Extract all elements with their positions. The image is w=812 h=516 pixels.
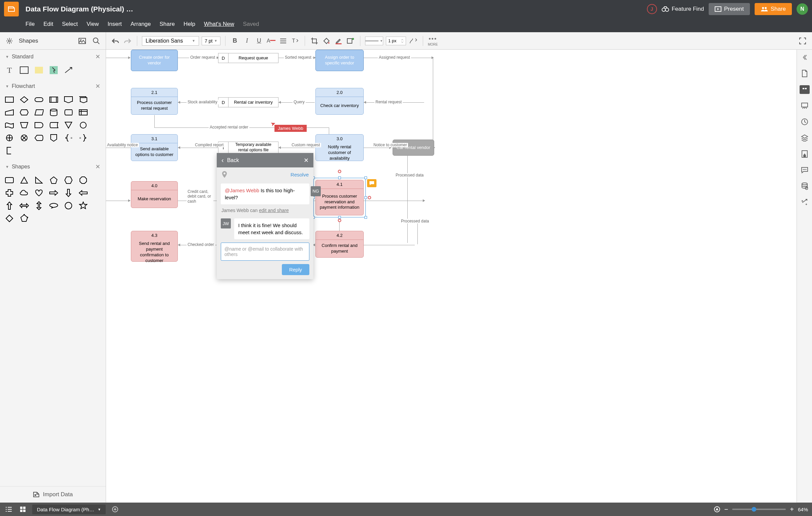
note-shape[interactable]	[34, 66, 44, 75]
node-car-vendor[interactable]: Car rental vendor	[393, 140, 434, 155]
menu-select[interactable]: Select	[62, 21, 78, 28]
align-icon[interactable]	[279, 36, 288, 46]
sh-cloud[interactable]	[19, 189, 30, 197]
grid-icon[interactable]	[18, 505, 28, 514]
layers-icon[interactable]	[800, 134, 809, 142]
node-process-request[interactable]: Process customer rental request	[131, 97, 177, 114]
share-button[interactable]: Share	[755, 3, 792, 15]
text-shape[interactable]: T	[4, 66, 15, 75]
fc-offpage[interactable]	[48, 134, 59, 142]
canvas[interactable]: Create order for vendor D Request queue …	[106, 50, 796, 503]
magic-icon[interactable]	[800, 198, 809, 207]
sh-polygon[interactable]	[19, 214, 30, 223]
zoom-in-button[interactable]: +	[790, 506, 794, 513]
resolve-button[interactable]: Resolve	[291, 172, 309, 177]
text-color-icon[interactable]: A	[266, 36, 276, 46]
pin-icon[interactable]	[222, 171, 228, 178]
size-select[interactable]: 7 pt▼	[202, 36, 221, 45]
fc-note[interactable]	[4, 146, 15, 155]
node-check-inventory[interactable]: Check car inventory	[316, 97, 364, 114]
target-icon[interactable]	[714, 506, 720, 513]
close-icon[interactable]: ✕	[95, 83, 100, 90]
sh-arrow-down[interactable]	[63, 189, 74, 197]
sh-diamond[interactable]	[4, 214, 15, 223]
line-style-select[interactable]: ▼	[365, 36, 383, 45]
menu-whats-new[interactable]: What's New	[204, 21, 234, 28]
outline-icon[interactable]	[4, 505, 13, 514]
close-icon[interactable]: ✕	[95, 53, 100, 60]
fc-manual-op[interactable]	[19, 121, 30, 130]
fc-data[interactable]	[34, 108, 44, 117]
fc-multidoc[interactable]	[78, 95, 89, 104]
menu-share[interactable]: Share	[160, 21, 175, 28]
arrow-shape[interactable]	[63, 66, 74, 75]
fc-merge[interactable]	[63, 121, 74, 130]
add-page-icon[interactable]	[110, 505, 120, 514]
fc-process[interactable]	[4, 95, 15, 104]
crop-icon[interactable]	[310, 36, 319, 46]
search-icon[interactable]	[92, 36, 101, 46]
fc-brace-l[interactable]: ≡	[63, 134, 74, 142]
fc-predefined[interactable]	[48, 95, 59, 104]
panel-standard-header[interactable]: ▼Standard ✕	[0, 50, 106, 64]
chat-icon[interactable]	[800, 166, 809, 174]
user-avatar-n[interactable]: N	[796, 3, 808, 15]
bold-icon[interactable]: B	[230, 36, 239, 46]
present-button[interactable]: Present	[709, 3, 750, 15]
fc-direct-data[interactable]	[63, 108, 74, 117]
back-button[interactable]: Back	[227, 157, 239, 163]
sh-hexagon[interactable]	[63, 176, 74, 184]
feature-find-button[interactable]: Feature Find	[662, 6, 704, 12]
block-shape[interactable]	[48, 66, 59, 75]
fc-delay[interactable]	[34, 121, 44, 130]
panel-flowchart-header[interactable]: ▼Flowchart ✕	[0, 79, 106, 93]
close-icon[interactable]: ✕	[304, 157, 309, 164]
sh-rect[interactable]	[4, 176, 15, 184]
sh-right-tri[interactable]	[34, 176, 44, 184]
sh-arrow-left[interactable]	[78, 189, 89, 197]
node-process-payment[interactable]: Process customer reservation and payment…	[316, 189, 364, 215]
menu-help[interactable]: Help	[183, 21, 195, 28]
box-shape[interactable]	[19, 66, 30, 75]
comment-input[interactable]: @name or @email to collaborate with othe…	[221, 242, 309, 261]
fc-brace-r[interactable]: ≡	[78, 134, 89, 142]
close-icon[interactable]: ✕	[95, 163, 100, 170]
data-icon[interactable]	[800, 182, 809, 191]
italic-icon[interactable]: I	[242, 36, 252, 46]
sh-pentagon[interactable]	[48, 176, 59, 184]
fc-manual-input[interactable]	[4, 108, 15, 117]
sh-triangle[interactable]	[19, 176, 30, 184]
menu-insert[interactable]: Insert	[108, 21, 122, 28]
node-confirm-rental[interactable]: Confirm rental and payment	[316, 240, 364, 257]
fc-or[interactable]	[4, 134, 15, 142]
fc-internal[interactable]	[78, 108, 89, 117]
page-tab[interactable]: Data Flow Diagram (Ph… ▼	[32, 505, 106, 514]
comments-icon[interactable]	[800, 85, 810, 94]
node-assign-order[interactable]: Assign order to specific vendor	[316, 50, 364, 71]
node-rental-inventory[interactable]: Rental car inventory	[229, 97, 278, 107]
node-make-reservation[interactable]: Make reservation	[131, 190, 177, 208]
more-button[interactable]: ••• MORE	[428, 35, 438, 46]
image-icon[interactable]	[78, 36, 87, 46]
zoom-level[interactable]: 64%	[798, 507, 808, 512]
menu-arrange[interactable]: Arrange	[130, 21, 151, 28]
redo-icon[interactable]	[123, 36, 132, 46]
edit-share-link[interactable]: edit and share	[259, 208, 289, 213]
sh-arrow-up[interactable]	[4, 201, 15, 210]
font-select[interactable]: Liberation Sans▼	[142, 36, 199, 46]
zoom-slider[interactable]	[732, 509, 786, 510]
node-notify-availability[interactable]: Notify rental customer of availability	[316, 143, 364, 163]
text-options-icon[interactable]: T	[291, 36, 300, 46]
sh-octagon[interactable]	[78, 176, 89, 184]
sh-star[interactable]	[78, 201, 89, 210]
node-create-order[interactable]: Create order for vendor	[131, 50, 177, 71]
undo-icon[interactable]	[111, 36, 120, 46]
underline-icon[interactable]: U	[254, 36, 264, 46]
node-request-queue[interactable]: Request queue	[229, 53, 278, 63]
fill-icon[interactable]	[322, 36, 331, 46]
theme-icon[interactable]	[800, 150, 809, 159]
collapse-icon[interactable]	[800, 53, 809, 62]
sh-cross[interactable]	[4, 189, 15, 197]
comment-badge-icon[interactable]	[367, 179, 376, 187]
gear-icon[interactable]	[5, 36, 14, 46]
